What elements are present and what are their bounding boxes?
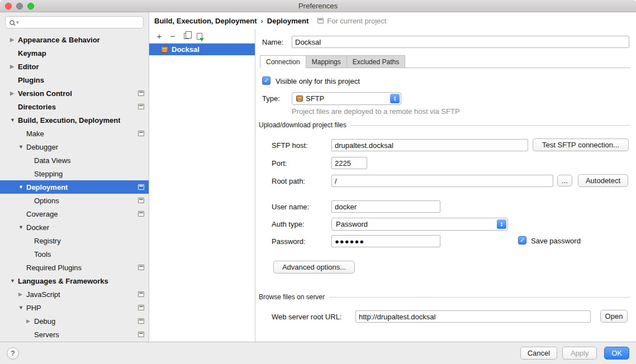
save-password-label: Save password — [531, 237, 581, 245]
upload-section-header: Upload/download project files — [259, 121, 630, 129]
advanced-options-button[interactable]: Advanced options... — [273, 261, 355, 274]
sidebar-item-registry[interactable]: Registry — [0, 234, 149, 247]
breadcrumb-item-deployment[interactable]: Deployment — [267, 17, 308, 25]
copy-icon[interactable] — [182, 32, 191, 41]
sidebar-item-deployment[interactable]: ▼ Deployment — [0, 180, 149, 194]
dialog-footer: ? Cancel Apply OK — [0, 342, 636, 364]
breadcrumb: Build, Execution, Deployment › Deploymen… — [149, 12, 636, 29]
breadcrumb-separator: › — [260, 17, 263, 25]
deployment-form: Name: Connection Mappings Excluded Paths — [255, 29, 636, 342]
help-button[interactable]: ? — [7, 347, 19, 360]
for-current-project-icon — [317, 18, 324, 23]
sidebar-item-languages-frameworks[interactable]: ▼ Languages & Frameworks — [0, 274, 149, 288]
breadcrumb-item-build-execution-deployment[interactable]: Build, Execution, Deployment — [154, 17, 257, 25]
project-scope-icon — [138, 318, 144, 324]
password-label: Password: — [272, 237, 306, 246]
cancel-button[interactable]: Cancel — [520, 347, 557, 360]
server-list-toolbar: + − — [149, 29, 255, 44]
sidebar-item-servers[interactable]: Servers — [0, 328, 149, 341]
chevron-down-icon[interactable]: ▼ — [18, 225, 26, 230]
save-password-checkbox[interactable]: ✓ — [518, 236, 526, 245]
sidebar-item-make[interactable]: Make — [0, 127, 149, 140]
project-scope-icon — [138, 104, 144, 109]
chevron-down-icon[interactable]: ▼ — [10, 279, 18, 284]
minimize-icon — [16, 3, 23, 9]
chevron-down-icon[interactable]: ▼ — [10, 118, 18, 123]
section-divider — [351, 125, 630, 126]
name-input[interactable] — [292, 36, 629, 48]
upload-section-title: Upload/download project files — [259, 121, 347, 129]
open-button[interactable]: Open — [600, 310, 628, 323]
chevron-right-icon[interactable]: ▶ — [18, 292, 26, 297]
sidebar-item-required-plugins[interactable]: Required Plugins — [0, 261, 149, 274]
sidebar-item-docker[interactable]: ▼ Docker — [0, 221, 149, 234]
port-label: Port: — [272, 159, 287, 167]
browse-root-path-button[interactable]: ... — [557, 175, 572, 186]
tab-connection[interactable]: Connection — [260, 55, 306, 68]
password-input[interactable] — [331, 235, 440, 247]
search-input[interactable]: ▾ — [5, 16, 144, 28]
sidebar-item-stepping[interactable]: Stepping — [0, 167, 149, 180]
sftp-type-icon — [296, 95, 303, 102]
web-root-input[interactable] — [355, 310, 591, 323]
root-path-label: Root path: — [272, 177, 305, 185]
search-icon — [10, 20, 15, 25]
chevron-right-icon[interactable]: ▶ — [26, 319, 34, 324]
user-name-input[interactable] — [331, 200, 440, 213]
sftp-host-label: SFTP host: — [272, 141, 308, 150]
paste-icon[interactable] — [195, 32, 204, 41]
visible-only-checkbox[interactable]: ✓ — [262, 76, 270, 85]
add-icon[interactable]: + — [155, 32, 164, 41]
chevron-down-icon[interactable]: ▼ — [18, 305, 26, 310]
chevron-down-icon[interactable]: ▼ — [18, 185, 26, 190]
root-path-input[interactable] — [331, 175, 553, 187]
chevron-right-icon[interactable]: ▶ — [10, 91, 18, 96]
port-input[interactable] — [331, 157, 367, 169]
browse-section-header: Browse files on server — [259, 293, 630, 301]
tab-bar: Connection Mappings Excluded Paths — [260, 55, 630, 68]
sidebar-item-tools[interactable]: Tools — [0, 247, 149, 261]
sftp-host-input[interactable] — [331, 139, 528, 151]
visible-only-label: Visible only for this project — [276, 77, 360, 85]
chevron-right-icon[interactable]: ▶ — [10, 64, 18, 69]
ok-button[interactable]: OK — [604, 347, 629, 360]
section-divider — [329, 297, 630, 298]
server-list-item-docksal[interactable]: Docksal — [149, 44, 255, 55]
remove-icon[interactable]: − — [168, 32, 177, 41]
sidebar-item-javascript[interactable]: ▶ JavaScript — [0, 288, 149, 301]
chevron-down-icon[interactable]: ▾ — [16, 20, 19, 25]
auth-type-select[interactable]: Password ▲▼ — [331, 218, 508, 231]
close-icon[interactable] — [5, 3, 12, 9]
sidebar-item-directories[interactable]: Directories — [0, 100, 149, 113]
sidebar-item-build-execution-deployment[interactable]: ▼ Build, Execution, Deployment — [0, 113, 149, 127]
project-scope-icon — [138, 332, 144, 337]
tab-excluded-paths[interactable]: Excluded Paths — [347, 55, 405, 68]
sidebar-item-plugins[interactable]: Plugins — [0, 73, 149, 87]
sidebar-item-keymap[interactable]: Keymap — [0, 46, 149, 60]
sidebar-item-editor[interactable]: ▶ Editor — [0, 60, 149, 73]
sidebar-item-php[interactable]: ▼ PHP — [0, 301, 149, 314]
zoom-icon[interactable] — [27, 3, 34, 9]
sidebar-item-debug[interactable]: ▶ Debug — [0, 314, 149, 328]
test-sftp-connection-button[interactable]: Test SFTP connection... — [533, 138, 629, 151]
auth-type-selected-value: Password — [336, 220, 368, 228]
type-label: Type: — [262, 94, 280, 103]
autodetect-button[interactable]: Autodetect — [578, 174, 628, 187]
sidebar-item-options[interactable]: Options — [0, 194, 149, 207]
sidebar-item-version-control[interactable]: ▶ Version Control — [0, 87, 149, 100]
server-list-panel: + − Docksal — [149, 29, 255, 342]
chevron-right-icon[interactable]: ▶ — [10, 37, 18, 42]
check-icon: ✓ — [264, 78, 269, 84]
sidebar-item-coverage[interactable]: Coverage — [0, 207, 149, 221]
type-select[interactable]: SFTP ▲▼ — [292, 92, 401, 105]
project-scope-icon — [138, 198, 144, 203]
sidebar-item-debugger[interactable]: ▼ Debugger — [0, 140, 149, 154]
web-root-label: Web server root URL: — [272, 313, 341, 321]
window-title: Preferences — [0, 0, 636, 12]
sidebar-item-data-views[interactable]: Data Views — [0, 154, 149, 167]
sidebar-item-appearance-behavior[interactable]: ▶ Appearance & Behavior — [0, 33, 149, 46]
settings-tree: ▶ Appearance & Behavior Keymap ▶ Editor … — [0, 32, 149, 342]
chevron-down-icon[interactable]: ▼ — [18, 145, 26, 150]
tab-mappings[interactable]: Mappings — [306, 55, 347, 68]
apply-button[interactable]: Apply — [562, 347, 597, 360]
